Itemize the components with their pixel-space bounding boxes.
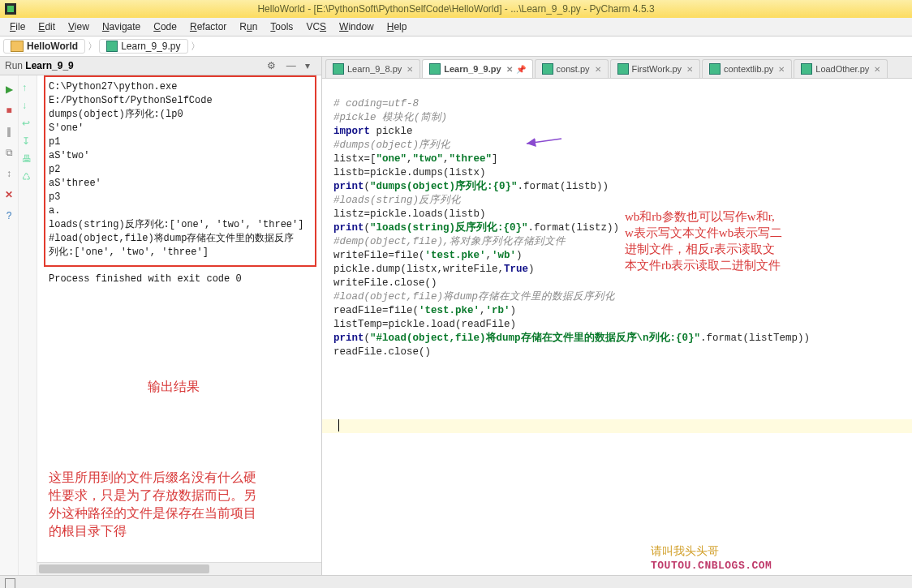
restore-icon[interactable]: ↕: [6, 165, 11, 182]
help-icon[interactable]: ?: [6, 208, 12, 224]
code-line: listTemp=pickle.load(readFile): [333, 319, 516, 330]
code-line: #pickle 模块化(简制): [333, 112, 447, 123]
pause-icon[interactable]: ‖: [6, 123, 11, 139]
menu-refactor[interactable]: Refactor: [183, 19, 233, 34]
code-line: listb=pickle.dumps(listx): [333, 167, 486, 178]
python-file-icon: [801, 63, 812, 75]
gear-icon[interactable]: ⚙: [267, 60, 278, 71]
breadcrumb-project-label: HelloWorld: [27, 41, 78, 52]
current-line-highlight: [322, 419, 912, 433]
code-line: #demp(object,file),将对象序列化存储到文件: [333, 236, 566, 247]
code-line: readFile.close(): [333, 346, 431, 358]
run-gutter-primary: ▶ ■ ‖ ⧉ ↕ ✕ ?: [0, 75, 19, 575]
python-file-icon: [106, 41, 118, 52]
run-console[interactable]: C:\Python27\python.exe E:/PythonSoft/Pyt…: [37, 75, 321, 575]
minimize-icon[interactable]: —: [286, 60, 298, 71]
close-tab-icon[interactable]: ✕: [506, 65, 513, 74]
close-tab-icon[interactable]: ✕: [778, 65, 785, 74]
menu-help[interactable]: Help: [381, 19, 414, 34]
tab-firstwork[interactable]: FirstWork.py ✕: [610, 59, 701, 78]
close-icon[interactable]: ✕: [5, 187, 13, 203]
menu-vcs[interactable]: VCS: [299, 19, 333, 34]
code-line: #dumps(object)序列化: [333, 139, 450, 151]
status-indicator-icon[interactable]: [5, 578, 15, 589]
console-highlight-box: C:\Python27\python.exe E:/PythonSoft/Pyt…: [44, 75, 316, 267]
tab-label: Learn_9_8.py: [347, 64, 402, 74]
up-icon[interactable]: ↑: [22, 82, 33, 93]
menu-run[interactable]: Run: [233, 19, 264, 34]
breadcrumb-file[interactable]: Learn_9_9.py: [99, 39, 187, 54]
menu-code[interactable]: Code: [147, 19, 183, 34]
console-exit-line: Process finished with exit code 0: [49, 273, 242, 285]
close-tab-icon[interactable]: ✕: [595, 65, 601, 74]
horizontal-scrollbar[interactable]: [37, 562, 321, 575]
menu-tools[interactable]: Tools: [264, 19, 299, 34]
menu-window[interactable]: Window: [333, 19, 381, 34]
editor-area: Learn_9_8.py ✕ Learn_9_9.py ✕ 📌 const.py…: [322, 57, 912, 575]
tab-label: LoadOther.py: [815, 64, 869, 74]
print-icon[interactable]: 🖶: [22, 153, 33, 165]
text-caret: [338, 419, 339, 431]
run-tool-window: Run Learn_9_9 ⚙ — ▾ ▶ ■ ‖ ⧉ ↕ ✕ ? ↑ ↓ ↩: [0, 57, 322, 575]
code-line: #loads(string)反序列化: [333, 195, 461, 206]
tab-contextlib[interactable]: contextlib.py ✕: [702, 59, 792, 78]
code-editor[interactable]: # coding=utf-8 #pickle 模块化(简制) import pi…: [322, 79, 912, 575]
file-suffix-annotation: 这里所用到的文件后缀名没有什么硬性要求，只是为了存放数据而已。另外这种路径的文件…: [49, 469, 260, 540]
close-tab-icon[interactable]: ✕: [874, 65, 880, 74]
code-line: # coding=utf-8: [333, 98, 419, 109]
main-menu: File Edit View Navigate Code Refactor Ru…: [0, 18, 912, 36]
wrap-icon[interactable]: ↩: [22, 118, 33, 129]
pycharm-icon: [5, 3, 16, 15]
tab-learn-9-8[interactable]: Learn_9_8.py ✕: [325, 59, 420, 78]
breadcrumb: HelloWorld 〉 Learn_9_9.py 〉: [0, 36, 912, 57]
down-icon[interactable]: ↓: [22, 100, 33, 111]
tab-label: FirstWork.py: [632, 64, 682, 74]
folder-icon: [11, 41, 24, 52]
menu-file[interactable]: File: [3, 19, 32, 34]
code-line: listz=pickle.loads(listb): [333, 208, 486, 220]
close-tab-icon[interactable]: ✕: [686, 65, 693, 74]
breadcrumb-file-label: Learn_9_9.py: [121, 41, 180, 52]
editor-tabs: Learn_9_8.py ✕ Learn_9_9.py ✕ 📌 const.py…: [322, 57, 912, 79]
dump-icon[interactable]: ⧉: [6, 144, 13, 161]
scroll-icon[interactable]: ↧: [22, 135, 33, 147]
stop-icon[interactable]: ■: [6, 102, 11, 118]
output-label-annotation: 输出结果: [148, 379, 200, 396]
chevron-right-icon: 〉: [191, 40, 200, 54]
python-file-icon: [542, 63, 553, 75]
main-content: Run Learn_9_9 ⚙ — ▾ ▶ ■ ‖ ⧉ ↕ ✕ ? ↑ ↓ ↩: [0, 57, 912, 575]
tab-const[interactable]: const.py ✕: [535, 59, 609, 78]
python-file-icon: [429, 63, 441, 75]
menu-view[interactable]: View: [62, 19, 96, 34]
trash-icon[interactable]: ♺: [22, 171, 33, 182]
status-bar: [0, 575, 912, 588]
tab-label: contextlib.py: [724, 64, 773, 74]
python-file-icon: [617, 63, 629, 75]
breadcrumb-project[interactable]: HelloWorld: [3, 39, 85, 54]
run-header: Run Learn_9_9 ⚙ — ▾: [0, 57, 321, 75]
run-gutter-secondary: ↑ ↓ ↩ ↧ 🖶 ♺: [19, 75, 37, 575]
rerun-icon[interactable]: ▶: [6, 81, 13, 97]
code-line: #load(object,file)将dump存储在文件里的数据反序列化: [333, 291, 615, 303]
close-tab-icon[interactable]: ✕: [407, 65, 413, 74]
window-title: HelloWorld - [E:\PythonSoft\PythonSelfCo…: [257, 3, 654, 15]
chevron-right-icon: 〉: [88, 40, 97, 54]
wb-rb-annotation: wb和rb参数也可以写作w和r, w表示写文本文件wb表示写二 进制文件，相反r…: [625, 208, 893, 273]
signature-url: TOUTOU.CNBLOGS.COM: [651, 559, 772, 573]
tab-label: Learn_9_9.py: [444, 64, 501, 74]
signature-name: 请叫我头头哥: [651, 544, 719, 558]
run-header-label: Run Learn_9_9: [5, 60, 74, 71]
chevron-down-icon[interactable]: ▾: [305, 60, 316, 71]
tab-loadother[interactable]: LoadOther.py ✕: [794, 59, 888, 78]
menu-edit[interactable]: Edit: [32, 19, 62, 34]
run-header-icons: ⚙ — ▾: [262, 60, 316, 71]
python-file-icon: [709, 63, 721, 75]
pin-icon[interactable]: 📌: [516, 65, 526, 74]
tab-label: const.py: [557, 64, 590, 74]
window-titlebar: HelloWorld - [E:\PythonSoft\PythonSelfCo…: [0, 0, 912, 18]
python-file-icon: [333, 63, 344, 75]
code-line: writeFile.close(): [333, 277, 437, 289]
tab-learn-9-9[interactable]: Learn_9_9.py ✕ 📌: [422, 59, 532, 78]
menu-navigate[interactable]: Navigate: [96, 19, 147, 34]
